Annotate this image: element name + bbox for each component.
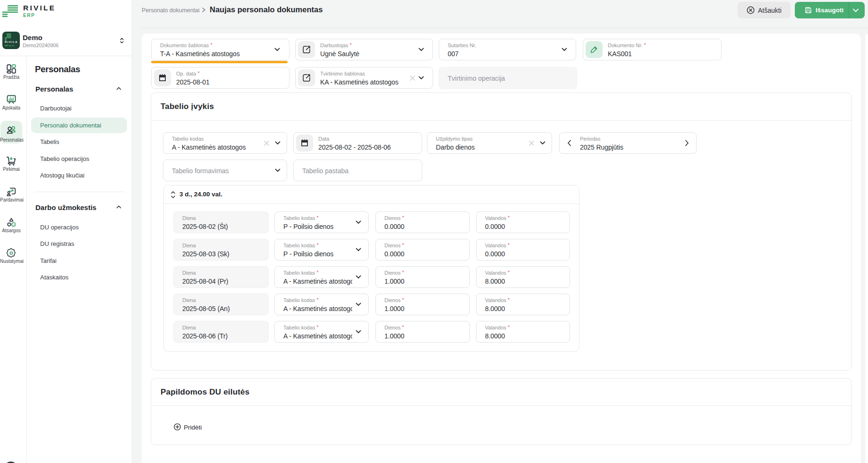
svg-text:ERP demo: ERP demo [5, 45, 15, 47]
svg-text:RIVILE: RIVILE [5, 41, 18, 43]
